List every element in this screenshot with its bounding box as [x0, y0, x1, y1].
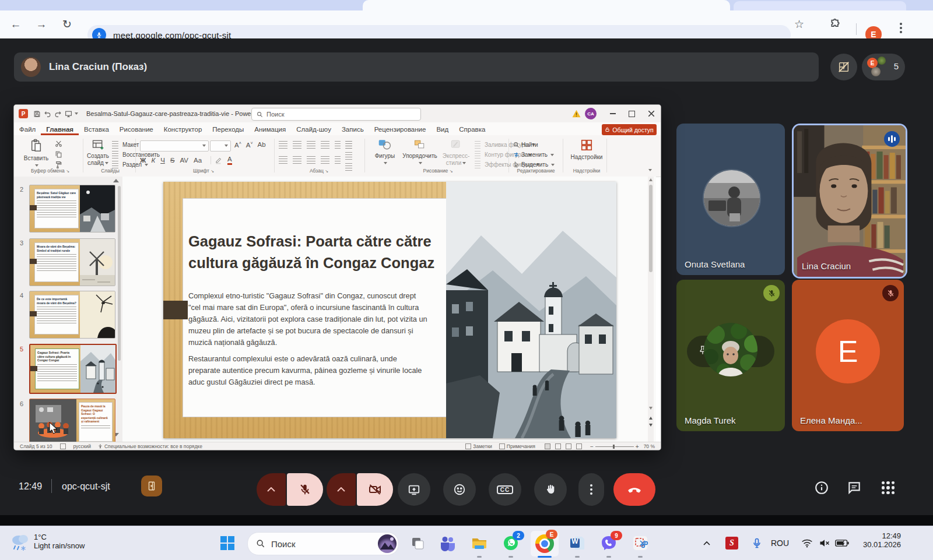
comments-toggle[interactable]: Примечания: [499, 443, 535, 449]
extensions-icon[interactable]: [829, 18, 841, 33]
new-slide-button[interactable]: Создатьслайд: [85, 139, 111, 166]
end-call-button[interactable]: [613, 473, 655, 506]
slideshow-icon[interactable]: [63, 105, 73, 122]
tab-transitions[interactable]: Переходы: [207, 124, 249, 135]
taskbar-clock[interactable]: 12:49 30.01.2026: [863, 531, 901, 549]
font-color-button[interactable]: А: [227, 156, 232, 165]
file-explorer-icon[interactable]: [470, 534, 489, 552]
thumbnail-scrollbar[interactable]: [118, 186, 121, 361]
activities-grid-icon[interactable]: [882, 481, 895, 494]
save-icon[interactable]: [31, 105, 42, 122]
raise-hand-button[interactable]: [534, 473, 567, 506]
quick-styles-button[interactable]: Экспресс-стили: [441, 139, 471, 166]
font-style-tools[interactable]: Ж К Ч S AV Aa А: [140, 156, 237, 165]
viber-icon[interactable]: 9: [599, 534, 618, 552]
present-button[interactable]: [398, 473, 430, 506]
search-daily-image[interactable]: [378, 534, 397, 553]
collapse-ribbon-icon[interactable]: [648, 169, 652, 171]
tray-expand-icon[interactable]: [700, 534, 714, 552]
tile-elena[interactable]: E Елена Манда...: [792, 280, 904, 431]
share-button[interactable]: Общий доступ: [602, 124, 657, 135]
redo-icon[interactable]: [52, 105, 63, 122]
zoom-level[interactable]: 70 %: [644, 443, 655, 449]
volume-muted-icon[interactable]: [819, 538, 830, 551]
tile-magda-turek[interactable]: Magda Turek: [676, 280, 785, 431]
reload-button[interactable]: ↻: [57, 10, 77, 38]
undo-icon[interactable]: [42, 105, 52, 122]
highlight-color-icon[interactable]: [215, 156, 223, 164]
thumbnail-slide-4[interactable]: De ce este importantă moara de vânt din …: [29, 291, 115, 339]
shapes-button[interactable]: Фигуры: [371, 139, 399, 166]
browser-tab-active[interactable]: [363, 0, 730, 10]
tray-app-icon[interactable]: S: [725, 537, 738, 550]
clipboard-small-buttons[interactable]: [55, 140, 62, 168]
tab-review[interactable]: Рецензирование: [369, 124, 432, 135]
snipping-tool-icon[interactable]: [631, 534, 650, 552]
notes-toggle[interactable]: Заметки: [465, 443, 492, 449]
camera-toggle-button[interactable]: [357, 473, 393, 506]
chat-icon[interactable]: [847, 480, 862, 498]
tab-draw[interactable]: Рисование: [114, 124, 159, 135]
mic-options-chevron[interactable]: [257, 473, 286, 506]
minimize-button[interactable]: [603, 105, 622, 122]
tab-home[interactable]: Главная: [41, 124, 79, 135]
emoji-reactions-button[interactable]: [443, 473, 476, 506]
taskbar-search[interactable]: Поиск: [247, 532, 399, 555]
more-options-button[interactable]: [578, 473, 604, 506]
font-size-tools[interactable]: A˄ A˅ Ab: [234, 141, 266, 149]
back-button[interactable]: ←: [6, 10, 26, 38]
thumbnail-slide-5-selected[interactable]: Gagauz Sofrasi: Poarta către cultura găg…: [29, 344, 117, 394]
current-slide[interactable]: Gagauz Sofrasi: Poarta către către cultu…: [163, 182, 616, 438]
canvas-scrollbar[interactable]: [648, 177, 654, 442]
mic-toggle-button[interactable]: [287, 473, 323, 506]
weather-widget[interactable]: 1°C Light rain/snow: [9, 531, 85, 552]
tray-mic-icon[interactable]: [751, 537, 763, 552]
account-avatar[interactable]: CA: [585, 108, 597, 119]
display-settings-icon[interactable]: [60, 443, 66, 449]
browser-menu-icon[interactable]: [900, 27, 902, 29]
tab-design[interactable]: Конструктор: [159, 124, 208, 135]
tab-slideshow[interactable]: Слайд-шоу: [291, 124, 336, 135]
zoom-slider[interactable]: − +: [590, 443, 639, 450]
restore-button[interactable]: [622, 105, 641, 122]
meeting-details-icon[interactable]: [814, 480, 829, 498]
font-name-combo[interactable]: [140, 140, 209, 152]
tab-view[interactable]: Вид: [431, 124, 454, 135]
tile-view-toggle-button[interactable]: [830, 54, 857, 80]
participants-cluster[interactable]: E 5: [862, 54, 905, 80]
language-indicator[interactable]: ROU: [771, 538, 789, 548]
tile-onuta-svetlana[interactable]: Onuta Svetlana: [676, 124, 785, 275]
proofing-language[interactable]: русский: [73, 443, 91, 449]
addins-button[interactable]: Надстройки: [570, 139, 603, 161]
chrome-taskbar-active[interactable]: E: [531, 531, 559, 557]
close-button[interactable]: [641, 105, 661, 122]
tab-help[interactable]: Справка: [454, 124, 490, 135]
whatsapp-icon[interactable]: 2: [501, 534, 520, 552]
font-size-combo[interactable]: [210, 140, 231, 152]
thumbnail-slide-3[interactable]: Moara de vânt din Beșalma: Simbol al tra…: [29, 238, 115, 286]
paste-button[interactable]: Вставить: [23, 139, 49, 168]
scroll-up-icon[interactable]: [113, 179, 119, 182]
paragraph-tools-row1[interactable]: [279, 141, 354, 149]
battery-icon[interactable]: [835, 539, 849, 550]
task-view-button[interactable]: [408, 534, 427, 552]
tab-record[interactable]: Запись: [336, 124, 369, 135]
paragraph-tools-col[interactable]: [345, 141, 355, 171]
thumbnail-slide-2[interactable]: Beșalma: Satul Găgăuz care păstrează tra…: [29, 185, 115, 233]
word-icon[interactable]: W: [568, 534, 587, 552]
camera-options-chevron[interactable]: [327, 473, 356, 506]
captions-button[interactable]: CC: [489, 473, 521, 506]
paragraph-tools-row2[interactable]: [279, 156, 343, 164]
tab-animations[interactable]: Анимация: [249, 124, 291, 135]
browser-tab-inactive[interactable]: [734, 1, 906, 10]
start-button[interactable]: [218, 534, 237, 552]
view-switcher[interactable]: [545, 443, 582, 449]
wifi-icon[interactable]: [801, 538, 813, 550]
find-button[interactable]: Найти: [513, 140, 555, 149]
teams-icon[interactable]: [439, 534, 457, 552]
accessibility-status[interactable]: Специальные возможности: все в порядке: [98, 443, 202, 449]
tab-insert[interactable]: Вставка: [79, 124, 114, 135]
tile-lina-craciun[interactable]: Lina Craciun: [792, 124, 907, 279]
thumbnail-slide-6[interactable]: Pauza de masă la Gagauz Gagauz Sofrasi: …: [29, 399, 115, 442]
forward-button[interactable]: →: [31, 10, 51, 38]
